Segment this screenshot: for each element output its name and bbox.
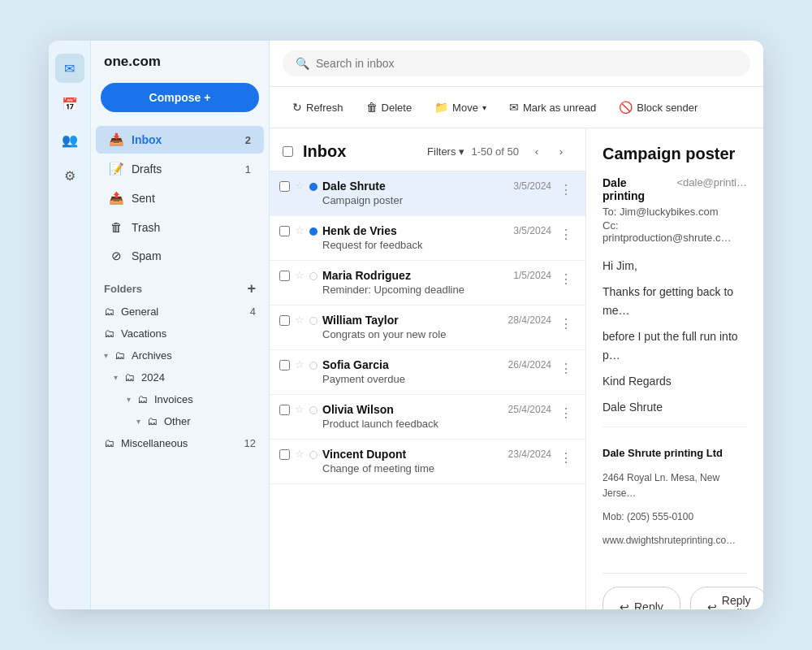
chevron-down-icon: ▾ bbox=[104, 351, 108, 360]
trash-label: Trash bbox=[132, 221, 160, 234]
mark-unread-icon: ✉ bbox=[509, 101, 519, 114]
folder-icon: 🗂 bbox=[124, 371, 135, 384]
delete-label: Delete bbox=[382, 102, 412, 114]
email-date: 3/5/2024 bbox=[513, 225, 551, 236]
email-row[interactable]: ☆ Maria Rodriguez 1/5/2024 Reminder: Upc… bbox=[270, 261, 585, 306]
spam-label: Spam bbox=[132, 249, 162, 262]
preview-cc: Cc: printproduction@shrute.c… bbox=[603, 219, 747, 244]
email-row[interactable]: ☆ Sofia Garcia 26/4/2024 Payment overdue… bbox=[270, 350, 585, 395]
preview-body-line1: Hi Jim, bbox=[603, 257, 747, 275]
next-page-button[interactable]: › bbox=[550, 140, 572, 162]
star-icon[interactable]: ☆ bbox=[295, 448, 304, 460]
prev-page-button[interactable]: ‹ bbox=[525, 140, 548, 162]
preview-signature-company: Dale Shrute printing Ltd bbox=[603, 445, 747, 462]
more-options-icon[interactable]: ⋮ bbox=[556, 448, 576, 467]
email-checkbox[interactable] bbox=[279, 271, 290, 281]
email-subject: Change of meeting time bbox=[322, 462, 434, 474]
email-checkbox[interactable] bbox=[279, 181, 290, 192]
folder-archives-label: Archives bbox=[132, 349, 172, 362]
folder-general[interactable]: 🗂 General 4 bbox=[91, 301, 269, 323]
preview-title: Campaign poster bbox=[603, 145, 747, 163]
read-dot bbox=[309, 317, 317, 325]
move-button[interactable]: 📁 Move ▾ bbox=[425, 95, 496, 119]
delete-button[interactable]: 🗑 Delete bbox=[356, 95, 422, 119]
sidebar-item-spam[interactable]: ⊘ Spam bbox=[96, 242, 264, 270]
email-sender: Sofia Garcia bbox=[322, 358, 389, 371]
chevron-down-icon: ▾ bbox=[114, 373, 118, 382]
mail-icon-btn[interactable]: ✉ bbox=[55, 54, 84, 83]
sidebar-item-sent[interactable]: 📤 Sent bbox=[96, 184, 264, 212]
reply-label: Reply bbox=[634, 600, 663, 609]
star-icon[interactable]: ☆ bbox=[295, 269, 304, 281]
more-options-icon[interactable]: ⋮ bbox=[556, 314, 576, 333]
star-icon[interactable]: ☆ bbox=[295, 403, 304, 415]
email-row[interactable]: ☆ Vincent Dupont 23/4/2024 Change of mee… bbox=[270, 440, 585, 484]
calendar-icon-btn[interactable]: 📅 bbox=[55, 89, 84, 119]
folder-2024[interactable]: ▾ 🗂 2024 bbox=[91, 366, 269, 388]
email-sender: Maria Rodriguez bbox=[322, 269, 411, 282]
sidebar-item-drafts[interactable]: 📝 Drafts 1 bbox=[96, 155, 264, 183]
compose-button[interactable]: Compose + bbox=[101, 83, 259, 112]
folder-vacations[interactable]: 🗂 Vacations bbox=[91, 323, 269, 344]
filters-label: Filters bbox=[427, 145, 456, 158]
block-sender-icon: 🚫 bbox=[619, 101, 633, 114]
email-list: ☆ Dale Shrute 3/5/2024 Campaign poster ⋮ bbox=[270, 171, 585, 609]
email-subject: Reminder: Upcoming deadline bbox=[322, 284, 464, 296]
folder-archives[interactable]: ▾ 🗂 Archives bbox=[91, 344, 269, 366]
email-body: Olivia Wilson 25/4/2024 Product launch f… bbox=[322, 403, 551, 431]
preview-signature-address: 2464 Royal Ln. Mesa, New Jerse… bbox=[603, 470, 747, 501]
email-row[interactable]: ☆ Henk de Vries 3/5/2024 Request for fee… bbox=[270, 216, 585, 261]
more-options-icon[interactable]: ⋮ bbox=[556, 269, 576, 288]
email-body: Maria Rodriguez 1/5/2024 Reminder: Upcom… bbox=[322, 269, 551, 297]
star-icon[interactable]: ☆ bbox=[295, 314, 304, 326]
more-options-icon[interactable]: ⋮ bbox=[556, 358, 576, 378]
contacts-icon-btn[interactable]: 👥 bbox=[55, 125, 84, 154]
email-checkbox[interactable] bbox=[279, 449, 290, 460]
star-icon[interactable]: ☆ bbox=[295, 224, 304, 236]
chevron-down-icon: ▾ bbox=[459, 145, 464, 158]
email-date: 25/4/2024 bbox=[508, 404, 551, 415]
folder-general-label: General bbox=[121, 306, 158, 318]
folder-other-label: Other bbox=[164, 415, 191, 427]
preview-to: To: Jim@luckybikes.com bbox=[603, 206, 747, 218]
more-options-icon[interactable]: ⋮ bbox=[556, 180, 576, 199]
email-checkbox[interactable] bbox=[279, 315, 290, 326]
preview-sender-row: Dale printing <dale@printi… bbox=[603, 176, 747, 202]
star-icon[interactable]: ☆ bbox=[295, 180, 304, 192]
star-icon[interactable]: ☆ bbox=[295, 358, 304, 370]
folder-invoices-label: Invoices bbox=[154, 393, 193, 405]
left-sidebar: one.com Compose + 📥 Inbox 2 📝 Drafts 1 📤… bbox=[91, 41, 270, 609]
drafts-badge: 1 bbox=[245, 163, 251, 176]
main-area: 🔍 ↻ Refresh 🗑 Delete 📁 Move ▾ ✉ Mark as … bbox=[270, 41, 763, 609]
folder-icon: 🗂 bbox=[147, 415, 158, 427]
reply-button[interactable]: ↩ Reply bbox=[603, 587, 680, 609]
email-checkbox[interactable] bbox=[279, 360, 290, 370]
select-all-checkbox[interactable] bbox=[283, 146, 293, 157]
email-checkbox[interactable] bbox=[279, 226, 290, 236]
folder-invoices[interactable]: ▾ 🗂 Invoices bbox=[91, 388, 269, 410]
inbox-badge: 2 bbox=[245, 134, 251, 146]
folder-other[interactable]: ▾ 🗂 Other bbox=[91, 410, 269, 432]
email-row[interactable]: ☆ Dale Shrute 3/5/2024 Campaign poster ⋮ bbox=[270, 171, 585, 216]
preview-sender-name: Dale printing bbox=[603, 176, 670, 202]
trash-icon: 🗑 bbox=[109, 220, 123, 234]
more-options-icon[interactable]: ⋮ bbox=[556, 403, 576, 422]
refresh-button[interactable]: ↻ Refresh bbox=[283, 95, 353, 119]
email-row[interactable]: ☆ William Taylor 28/4/2024 Congrats on y… bbox=[270, 306, 585, 350]
preview-sender-email: <dale@printi… bbox=[676, 176, 747, 188]
email-checkbox[interactable] bbox=[279, 405, 290, 415]
email-subject: Campaign poster bbox=[322, 194, 403, 206]
sidebar-item-trash[interactable]: 🗑 Trash bbox=[96, 214, 264, 240]
add-folder-icon[interactable]: + bbox=[247, 280, 256, 297]
filters-button[interactable]: Filters ▾ bbox=[427, 145, 464, 158]
mark-unread-button[interactable]: ✉ Mark as unread bbox=[499, 95, 606, 119]
search-input[interactable] bbox=[316, 57, 737, 70]
block-sender-button[interactable]: 🚫 Block sender bbox=[609, 95, 707, 119]
settings-icon-btn[interactable]: ⚙ bbox=[55, 161, 84, 190]
reply-all-button[interactable]: ↩ Reply all bbox=[690, 587, 763, 609]
email-row[interactable]: ☆ Olivia Wilson 25/4/2024 Product launch… bbox=[270, 395, 585, 440]
brand-logo: one.com bbox=[91, 54, 269, 83]
more-options-icon[interactable]: ⋮ bbox=[556, 224, 576, 244]
folder-miscellaneous[interactable]: 🗂 Miscellaneous 12 bbox=[91, 432, 269, 454]
sidebar-item-inbox[interactable]: 📥 Inbox 2 bbox=[96, 126, 264, 154]
